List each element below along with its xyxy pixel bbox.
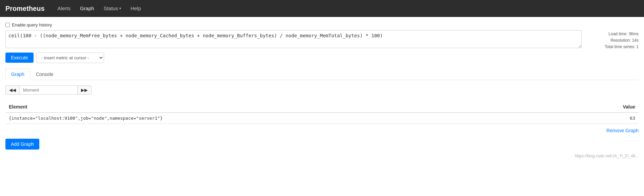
table-header-row: Element Value	[5, 101, 639, 113]
value-column-header: Value	[571, 101, 639, 113]
chevron-down-icon: ▾	[119, 0, 121, 17]
nav-help[interactable]: Help	[126, 0, 146, 17]
resolution: Resolution: 14s	[584, 37, 639, 44]
total-series: Total time series: 1	[584, 44, 639, 50]
nav-graph[interactable]: Graph	[75, 0, 99, 17]
footer-url: https://blog.csdn.net/JA_Yi_Zi_48...	[5, 152, 639, 158]
query-history-checkbox[interactable]	[5, 23, 10, 27]
tab-console[interactable]: Console	[30, 68, 59, 80]
next-button[interactable]: ▶▶	[77, 85, 92, 95]
query-row: ceil(100 - ((node_memory_MemFree_bytes +…	[5, 30, 639, 51]
navbar-brand[interactable]: Prometheus	[5, 5, 45, 13]
graph-controls: ◀◀ ▶▶	[5, 85, 639, 95]
prev-button[interactable]: ◀◀	[5, 85, 20, 95]
nav-status-dropdown[interactable]: Status ▾	[99, 0, 126, 17]
moment-input[interactable]	[20, 85, 77, 95]
add-graph-button[interactable]: Add Graph	[5, 139, 39, 150]
execute-row: Execute - insert metric at cursor -	[5, 53, 639, 63]
nav-status-label: Status	[104, 0, 118, 17]
value-cell: 63	[571, 113, 639, 124]
query-history-row: Enable query history	[5, 22, 639, 27]
query-meta: Load time: 36ms Resolution: 14s Total ti…	[584, 30, 639, 51]
table-row: {instance="localhost:9100",job="node",na…	[5, 113, 639, 124]
load-time: Load time: 36ms	[584, 31, 639, 37]
footer-url-text: https://blog.csdn.net/JA_Yi_Zi_48...	[575, 154, 639, 158]
query-input[interactable]: ceil(100 - ((node_memory_MemFree_bytes +…	[5, 30, 582, 48]
query-history-label[interactable]: Enable query history	[12, 22, 52, 27]
tabs: Graph Console	[5, 68, 639, 80]
navbar: Prometheus Alerts Graph Status ▾ Help	[0, 0, 644, 17]
main-content: Enable query history ceil(100 - ((node_m…	[0, 17, 644, 164]
results-table: Element Value {instance="localhost:9100"…	[5, 101, 639, 124]
element-column-header: Element	[5, 101, 571, 113]
insert-metric-select[interactable]: - insert metric at cursor -	[36, 53, 104, 63]
execute-button[interactable]: Execute	[5, 53, 34, 63]
element-cell: {instance="localhost:9100",job="node",na…	[5, 113, 571, 124]
remove-graph-row: Remove Graph	[5, 128, 639, 133]
remove-graph-link[interactable]: Remove Graph	[606, 128, 639, 133]
nav-alerts[interactable]: Alerts	[53, 0, 75, 17]
add-graph-row: Add Graph	[5, 139, 639, 150]
tab-graph[interactable]: Graph	[5, 68, 30, 80]
